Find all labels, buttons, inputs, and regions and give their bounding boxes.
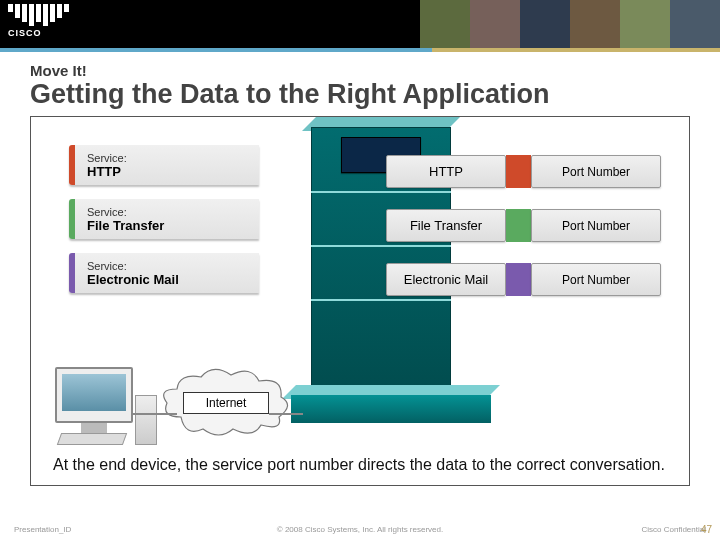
diagram-caption: At the end device, the service port numb… <box>53 455 667 475</box>
channel-ft-label: File Transfer <box>410 218 482 233</box>
logo-bars-icon <box>8 4 69 26</box>
service-label: Service: <box>87 152 251 164</box>
cpu-tower-icon <box>135 395 157 445</box>
channel-chip-ft: File Transfer <box>386 209 506 242</box>
brand-logo: CISCO <box>8 4 69 38</box>
slide-content: Move It! Getting the Data to the Right A… <box>0 52 720 486</box>
port-bar-mail <box>506 263 531 296</box>
service-tag-file-transfer: Service: File Transfer <box>69 199 259 239</box>
monitor-stand-icon <box>81 423 107 433</box>
port-label: Port Number <box>562 273 630 287</box>
footer-center: © 2008 Cisco Systems, Inc. All rights re… <box>0 525 720 534</box>
monitor-icon <box>55 367 133 423</box>
slide-title: Getting the Data to the Right Applicatio… <box>30 79 690 110</box>
page-number: 47 <box>701 524 712 535</box>
channel-http-label: HTTP <box>429 164 463 179</box>
wire-icon <box>269 413 303 415</box>
wire-icon <box>131 413 177 415</box>
server-divider <box>311 299 451 301</box>
server-divider <box>311 191 451 193</box>
service-label: Service: <box>87 260 251 272</box>
port-label: Port Number <box>562 219 630 233</box>
service-http-value: HTTP <box>87 164 251 179</box>
port-label: Port Number <box>562 165 630 179</box>
service-ft-value: File Transfer <box>87 218 251 233</box>
service-label: Service: <box>87 206 251 218</box>
header-faces-strip <box>420 0 720 48</box>
port-bar-http <box>506 155 531 188</box>
internet-label: Internet <box>183 392 269 414</box>
channel-chip-mail: Electronic Mail <box>386 263 506 296</box>
diagram-frame: Service: HTTP Service: File Transfer Ser… <box>30 116 690 486</box>
slide-footer: Presentation_ID © 2008 Cisco Systems, In… <box>0 525 720 534</box>
port-chip-ft: Port Number <box>531 209 661 242</box>
channel-chip-http: HTTP <box>386 155 506 188</box>
port-bar-ft <box>506 209 531 242</box>
server-divider <box>311 245 451 247</box>
header-bar: CISCO <box>0 0 720 48</box>
keyboard-icon <box>57 433 127 445</box>
slide-pretitle: Move It! <box>30 62 690 79</box>
port-chip-mail: Port Number <box>531 263 661 296</box>
channel-mail-label: Electronic Mail <box>404 272 489 287</box>
service-tag-mail: Service: Electronic Mail <box>69 253 259 293</box>
service-mail-value: Electronic Mail <box>87 272 251 287</box>
brand-text: CISCO <box>8 28 69 38</box>
server-pedestal <box>291 395 491 423</box>
service-tag-http: Service: HTTP <box>69 145 259 185</box>
port-chip-http: Port Number <box>531 155 661 188</box>
